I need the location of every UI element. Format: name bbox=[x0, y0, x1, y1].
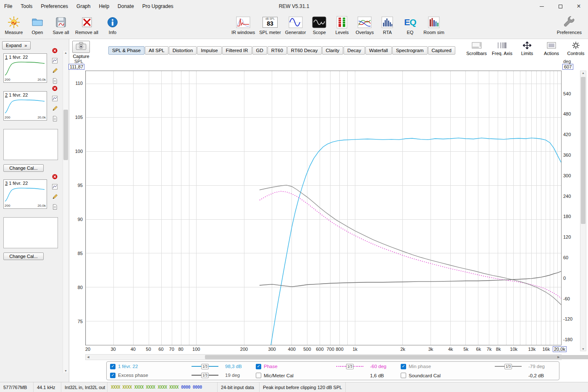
tab-distortion[interactable]: Distortion bbox=[169, 46, 197, 55]
freq-axis-button[interactable]: Freq. Axis bbox=[492, 41, 512, 56]
levels-button[interactable]: Levels bbox=[331, 14, 352, 36]
info-button[interactable]: Info bbox=[102, 14, 123, 36]
measurement-notes-icon[interactable] bbox=[52, 78, 58, 84]
menu-graph[interactable]: Graph bbox=[72, 0, 94, 13]
soundcard-cal-checkbox[interactable] bbox=[401, 373, 406, 378]
delete-measurement-icon[interactable] bbox=[52, 174, 58, 180]
measurement-info-icon[interactable] bbox=[52, 58, 58, 64]
limits-button[interactable]: Limits bbox=[517, 41, 537, 56]
remove-all-icon bbox=[81, 15, 93, 29]
menu-help[interactable]: Help bbox=[94, 0, 113, 13]
edit-measurement-icon[interactable] bbox=[52, 194, 58, 200]
mic-meter-cal-checkbox[interactable] bbox=[256, 373, 261, 378]
bit-depth: 24-bit input data bbox=[218, 382, 260, 392]
spl-phase-plot[interactable] bbox=[85, 71, 562, 345]
tab-impulse[interactable]: Impulse bbox=[197, 46, 221, 55]
right-axis-max-field[interactable]: 607 bbox=[562, 64, 573, 70]
menu-tools[interactable]: Tools bbox=[16, 0, 37, 13]
measurement-notes-icon[interactable] bbox=[52, 116, 58, 122]
x-axis-tick-label: 8k bbox=[496, 347, 501, 352]
ir-windows-button[interactable]: IR windows bbox=[230, 14, 256, 36]
trace-line bbox=[354, 366, 363, 367]
menu-donate[interactable]: Donate bbox=[113, 0, 138, 13]
tab-gd[interactable]: GD bbox=[252, 46, 267, 55]
scope-button[interactable]: Scope bbox=[309, 14, 330, 36]
change-cal-button[interactable]: Change Cal... bbox=[3, 164, 44, 172]
smoothing-control[interactable]: 1/3 bbox=[336, 364, 363, 369]
legend-item-1-f-vr-22: 1 févr. 221/398,3 dB bbox=[108, 364, 254, 369]
rta-button[interactable]: RTA bbox=[377, 14, 398, 36]
sidebar-scrollbar[interactable]: ▲ ▼ bbox=[63, 51, 68, 373]
save-all-button[interactable]: Save all bbox=[50, 14, 71, 36]
measurement-name: 1 févr. 22 bbox=[9, 92, 28, 97]
close-button[interactable]: × bbox=[570, 0, 588, 13]
scroll-left-icon[interactable]: ◀ bbox=[86, 355, 91, 360]
scroll-right-icon[interactable]: ▶ bbox=[556, 355, 561, 360]
tab-rt60-decay[interactable]: RT60 Decay bbox=[287, 46, 322, 55]
delete-measurement-icon[interactable] bbox=[52, 47, 58, 54]
scroll-down-icon[interactable]: ▼ bbox=[63, 369, 68, 372]
measurement-card[interactable]: 31 févr. 2220020,0k bbox=[3, 179, 47, 209]
minimize-button[interactable] bbox=[533, 0, 551, 13]
x-axis-tick-label: 200 bbox=[240, 347, 248, 352]
left-axis-max-field[interactable]: 111,87 bbox=[68, 64, 84, 70]
tab-waterfall[interactable]: Waterfall bbox=[365, 46, 392, 55]
measurement-info-icon[interactable] bbox=[52, 184, 58, 190]
overlays-button[interactable]: Overlays bbox=[354, 14, 375, 36]
min-phase-checkbox[interactable] bbox=[401, 364, 406, 369]
x-axis-max-field[interactable]: 20,0k bbox=[553, 346, 567, 352]
scroll-up-icon[interactable]: ▲ bbox=[63, 51, 68, 54]
preferences-button[interactable]: Preferences bbox=[556, 14, 583, 36]
tab-captured[interactable]: Captured bbox=[428, 46, 455, 55]
room-sim-button[interactable]: Room sim bbox=[422, 14, 446, 36]
freq-axis-label: Freq. Axis bbox=[492, 51, 512, 56]
input-meter-segment: XXXX XXXX bbox=[111, 385, 132, 389]
tab-decay[interactable]: Decay bbox=[344, 46, 365, 55]
tab-clarity[interactable]: Clarity bbox=[322, 46, 344, 55]
smoothing-control[interactable]: 1/3 bbox=[192, 373, 218, 378]
restore-button[interactable] bbox=[551, 0, 570, 13]
change-cal-button[interactable]: Change Cal... bbox=[3, 253, 44, 260]
expand-sidebar-button[interactable]: Expand » bbox=[2, 41, 31, 50]
menu-pro-upgrades[interactable]: Pro Upgrades bbox=[138, 0, 178, 13]
sidebar-scroll-thumb[interactable] bbox=[63, 110, 68, 160]
generator-button[interactable]: Generator bbox=[284, 14, 307, 36]
phase-checkbox[interactable] bbox=[256, 364, 261, 369]
measure-button[interactable]: Measure bbox=[3, 14, 24, 36]
smoothing-control[interactable]: 1/3 bbox=[495, 364, 522, 369]
remove-all-button[interactable]: Remove all bbox=[74, 14, 100, 36]
smoothing-control[interactable]: 1/3 bbox=[192, 364, 218, 369]
scrollbars-button[interactable]: Scrollbars bbox=[466, 41, 487, 56]
1-f-vr-22-checkbox[interactable] bbox=[110, 364, 116, 369]
measurement-card[interactable]: 11 févr. 2220020,0k bbox=[3, 53, 47, 83]
edit-measurement-icon[interactable] bbox=[52, 68, 58, 74]
actions-button[interactable]: Actions bbox=[542, 41, 561, 56]
tab-all-spl[interactable]: All SPL bbox=[145, 46, 168, 55]
open-button[interactable]: Open bbox=[27, 14, 48, 36]
eq-button[interactable]: EQEQ bbox=[399, 14, 420, 36]
controls-button[interactable]: Controls bbox=[566, 41, 585, 56]
horizontal-scrollbar[interactable]: ◀ ▶ bbox=[85, 354, 562, 360]
measurement-card[interactable]: 21 févr. 2220020,0k bbox=[3, 91, 47, 121]
tab-filtered-ir[interactable]: Filtered IR bbox=[222, 46, 252, 55]
menu-file[interactable]: File bbox=[0, 0, 16, 13]
deg-axis-tick-label: 420 bbox=[563, 132, 571, 137]
measurement-notes-icon[interactable] bbox=[52, 204, 58, 210]
horizontal-scroll-thumb[interactable] bbox=[205, 355, 588, 359]
measurement-info-icon[interactable] bbox=[52, 95, 58, 102]
capture-button[interactable]: Capture bbox=[71, 41, 92, 59]
excess-phase-checkbox[interactable] bbox=[110, 373, 116, 378]
tab-spl-phase[interactable]: SPL & Phase bbox=[108, 46, 144, 55]
vertical-scrollbar[interactable]: ▲ ▼ bbox=[580, 71, 586, 351]
vertical-scroll-thumb[interactable] bbox=[581, 77, 585, 224]
scroll-down-icon[interactable]: ▼ bbox=[580, 347, 586, 350]
tab-spectrogram[interactable]: Spectrogram bbox=[392, 46, 428, 55]
delete-measurement-icon[interactable] bbox=[52, 85, 58, 92]
edit-measurement-icon[interactable] bbox=[52, 105, 58, 112]
menu-preferences[interactable]: Preferences bbox=[37, 0, 72, 13]
spl-meter-button[interactable]: dB SPL83SPL meter bbox=[258, 14, 282, 36]
toolbar-center-group: IR windowsdB SPL83SPL meterGeneratorScop… bbox=[230, 14, 446, 36]
scroll-up-icon[interactable]: ▲ bbox=[580, 71, 586, 74]
deg-axis-tick-label: 300 bbox=[563, 173, 571, 178]
tab-rt60[interactable]: RT60 bbox=[268, 46, 287, 55]
